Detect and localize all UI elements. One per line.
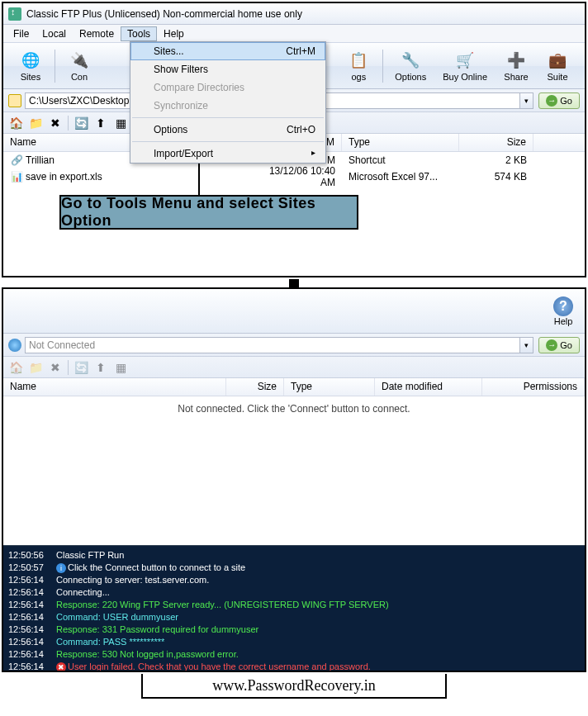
tool-suite[interactable]: 💼Suite <box>537 47 578 85</box>
tool-buy[interactable]: 🛒Buy Online <box>434 47 496 85</box>
tool-connect[interactable]: 🔌Con <box>59 47 100 85</box>
col-size[interactable]: Size <box>459 134 533 151</box>
home-icon[interactable]: 🏠 <box>8 116 23 130</box>
go-arrow-icon: → <box>546 95 557 107</box>
go-button[interactable]: →Go <box>538 92 580 109</box>
file-row[interactable]: 📊save in export.xls13/12/06 10:40 AMMicr… <box>3 168 585 185</box>
remote-file-list: Not connected. Click the 'Connect' butto… <box>3 396 585 545</box>
share-icon: ➕ <box>506 50 526 70</box>
not-connected-message: Not connected. Click the 'Connect' butto… <box>178 403 410 415</box>
remote-addressbar: ▾ →Go <box>3 334 585 357</box>
remote-path-dropdown[interactable]: ▾ <box>520 337 533 353</box>
log-line: 12:56:14Response: 220 Wing FTP Server re… <box>8 599 580 611</box>
log-line: 12:56:14Response: 331 Password required … <box>8 624 580 636</box>
menu-remote[interactable]: Remote <box>73 26 121 41</box>
refresh-icon: 🔄 <box>74 360 88 375</box>
menu-help[interactable]: Help <box>157 26 191 41</box>
error-icon: ✖ <box>56 662 66 671</box>
pcol-type[interactable]: Type <box>284 378 375 396</box>
tool-logs[interactable]: 📋ogs <box>338 47 379 85</box>
go-arrow-icon: → <box>546 339 557 351</box>
remote-path-input[interactable] <box>25 337 520 353</box>
new-folder-icon[interactable]: 📁 <box>28 116 43 130</box>
annotation-callout: Go to Tools Menu and select Sites Option <box>59 195 358 230</box>
options-icon: 🔧 <box>401 50 420 70</box>
menu-tools[interactable]: Tools <box>121 26 157 41</box>
logs-icon: 📋 <box>349 50 368 70</box>
log-line: 12:50:57iClick the Connect button to con… <box>8 562 580 574</box>
menu-synchronize: Synchronize <box>130 97 325 115</box>
log-line: 12:56:14✖User login failed. Check that y… <box>8 661 580 671</box>
file-icon: 📊 <box>10 170 23 183</box>
remote-go-button[interactable]: →Go <box>538 337 580 353</box>
bottom-toolbar: ? Help <box>3 289 585 334</box>
menu-local[interactable]: Local <box>36 26 73 41</box>
pcol-name[interactable]: Name <box>3 378 226 396</box>
up-icon: ⬆ <box>93 360 108 375</box>
help-button[interactable]: ? Help <box>553 296 573 326</box>
cart-icon: 🛒 <box>455 50 475 70</box>
tools-dropdown: Sites...Ctrl+M Show Filters Compare Dire… <box>130 41 326 164</box>
tool-sites[interactable]: 🌐Sites <box>10 47 51 85</box>
delete-icon[interactable]: ✖ <box>48 116 63 130</box>
menu-file[interactable]: File <box>7 26 36 41</box>
file-icon: 🔗 <box>10 154 23 167</box>
connect-icon: 🔌 <box>69 50 89 70</box>
pcol-size[interactable]: Size <box>226 378 284 396</box>
menu-options[interactable]: OptionsCtrl+O <box>130 121 325 139</box>
menu-import-export[interactable]: Import/Export▸ <box>130 145 325 163</box>
remote-file-list-header: Name Size Type Date modified Permissions <box>3 378 585 396</box>
info-icon: i <box>56 563 66 573</box>
folder-icon <box>8 94 21 107</box>
sites-icon: 🌐 <box>21 50 40 70</box>
remote-file-toolbar: 🏠 📁 ✖ 🔄 ⬆ ▦ <box>3 357 585 378</box>
view-icon: ▦ <box>113 360 128 375</box>
log-line: 12:50:56Classic FTP Run <box>8 549 580 562</box>
view-icon[interactable]: ▦ <box>113 116 128 130</box>
new-folder-icon: 📁 <box>28 360 43 375</box>
window-title: Classic FTP Plus (Unlicensed) Non-commer… <box>26 8 302 20</box>
menubar: File Local Remote Tools Help <box>3 25 585 43</box>
log-panel[interactable]: 12:50:56Classic FTP Run12:50:57iClick th… <box>3 545 585 671</box>
help-icon: ? <box>553 296 573 316</box>
delete-icon: ✖ <box>48 360 63 375</box>
log-line: 12:56:14Connecting to server: test.serve… <box>8 574 580 586</box>
menu-sites-option[interactable]: Sites...Ctrl+M <box>130 42 325 60</box>
pcol-permissions[interactable]: Permissions <box>482 378 585 396</box>
tool-options[interactable]: 🔧Options <box>386 47 434 85</box>
app-icon <box>8 7 21 21</box>
suite-icon: 💼 <box>548 50 567 70</box>
log-line: 12:56:14Response: 530 Not logged in,pass… <box>8 648 580 661</box>
log-line: 12:56:14Connecting... <box>8 586 580 599</box>
menu-compare-directories: Compare Directories <box>130 78 325 97</box>
refresh-icon[interactable]: 🔄 <box>74 116 88 130</box>
globe-icon <box>8 339 21 352</box>
titlebar: Classic FTP Plus (Unlicensed) Non-commer… <box>3 3 585 25</box>
pcol-date[interactable]: Date modified <box>375 378 482 396</box>
home-icon: 🏠 <box>8 360 23 375</box>
up-icon[interactable]: ⬆ <box>93 116 108 130</box>
log-line: 12:56:14Command: PASS ********** <box>8 636 580 648</box>
menu-show-filters[interactable]: Show Filters <box>130 60 325 78</box>
col-type[interactable]: Type <box>342 134 459 151</box>
path-dropdown[interactable]: ▾ <box>520 92 533 109</box>
tool-share[interactable]: ➕Share <box>496 47 537 85</box>
log-line: 12:56:14Command: USER dummyuser <box>8 611 580 624</box>
website-footer: www.PasswordRecovery.in <box>141 674 447 699</box>
